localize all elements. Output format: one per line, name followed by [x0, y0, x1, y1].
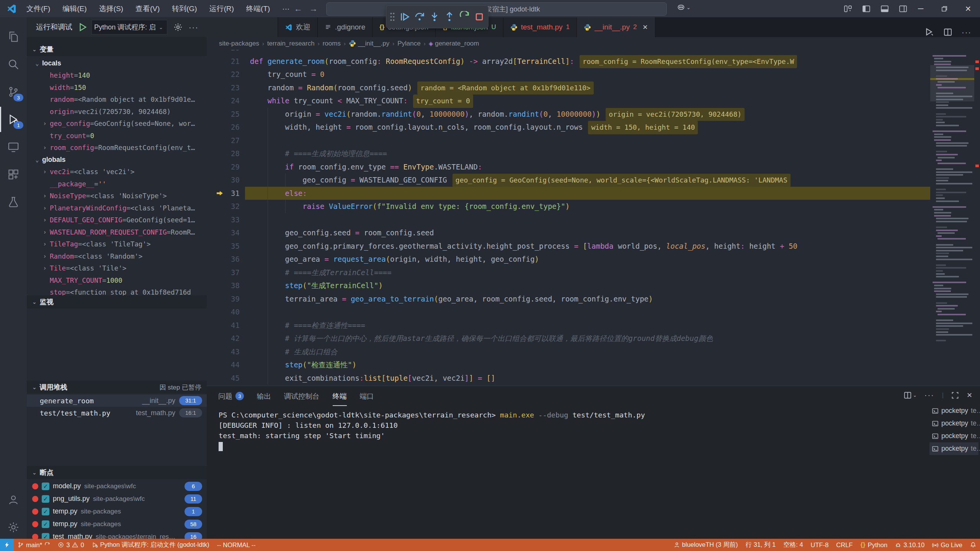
breakpoint-row[interactable]: ✓temp.pysite-packages1	[27, 505, 207, 518]
activity-explorer-icon[interactable]	[0, 24, 27, 49]
close-panel-icon[interactable]: ✕	[967, 391, 972, 399]
debug-step-into-button[interactable]	[429, 11, 440, 23]
status-error[interactable]: 30	[54, 539, 88, 551]
menu-文件[interactable]: 文件(F)	[21, 2, 55, 15]
variable-row[interactable]: ›geo_config = GeoConfig(seed=None, wor…	[27, 118, 207, 130]
close-window-button[interactable]: ✕	[956, 0, 980, 17]
variable-row[interactable]: ›NoiseType = <class 'NoiseType'>	[27, 190, 207, 202]
status----normal---[interactable]: -- NORMAL --	[213, 539, 260, 551]
activity-extensions-icon[interactable]	[0, 162, 27, 187]
breakpoint-checkbox[interactable]: ✓	[42, 520, 49, 528]
close-tab-icon[interactable]: ✕	[642, 23, 648, 31]
variable-row[interactable]: ›Random = <class 'Random'>	[27, 250, 207, 262]
tab-欢迎[interactable]: 欢迎	[278, 17, 318, 37]
breadcrumb-item[interactable]: __init__.py	[349, 40, 389, 47]
toggle-panel-icon[interactable]	[880, 5, 889, 13]
remote-indicator[interactable]	[0, 539, 14, 551]
code-line-30[interactable]: 30 geo_config = WASTELAND_GEO_CONFIGgeo_…	[207, 173, 930, 187]
terminal-list-item[interactable]: pocketpyte…	[929, 417, 978, 430]
status-broadcast[interactable]: Go Live	[928, 539, 966, 551]
code-line-20[interactable]: 20	[207, 50, 930, 55]
status-crlf[interactable]: CRLF	[832, 539, 856, 551]
code-line-34[interactable]: 34 geo_config.seed = room_config.seed	[207, 226, 930, 240]
activity-source-control-icon[interactable]: 3	[0, 79, 27, 104]
breakpoint-row[interactable]: ✓model.pysite-packages\wfc6	[27, 480, 207, 492]
code-line-38[interactable]: 38 step("生成TerrainCell")	[207, 279, 930, 292]
activity-search-icon[interactable]	[0, 52, 27, 77]
variable-row[interactable]: height = 140	[27, 70, 207, 82]
debug-restart-button[interactable]	[459, 11, 470, 23]
variable-row[interactable]: random = <Random object at 0x1bf9d01e…	[27, 94, 207, 106]
toggle-secondary-sidebar-icon[interactable]	[899, 5, 907, 13]
debug-step-over-button[interactable]	[414, 11, 425, 23]
breakpoints-section-header[interactable]: ⌄断点	[27, 466, 207, 479]
breakpoint-row[interactable]: ✓png_utils.pysite-packages\wfc11	[27, 492, 207, 505]
variable-row[interactable]: ›PlanetaryWindConfig = <class 'Planeta…	[27, 202, 207, 214]
code-line-44[interactable]: 44 step("检查连通性")	[207, 358, 930, 372]
variable-row[interactable]: __package__ = ''	[27, 178, 207, 190]
status-bell[interactable]	[966, 539, 980, 551]
run-python-file-button[interactable]	[924, 27, 934, 37]
breakpoint-checkbox[interactable]: ✓	[42, 483, 49, 490]
activity-run-and-debug-icon[interactable]: 1	[0, 107, 27, 132]
breakpoint-checkbox[interactable]: ✓	[42, 495, 49, 503]
breakpoint-row[interactable]: ✓temp.pysite-packages58	[27, 518, 207, 530]
variable-row[interactable]: MAX_TRY_COUNT = 1000	[27, 274, 207, 286]
variables-section-header[interactable]: ⌄变量	[27, 43, 207, 56]
panel-tab-端口[interactable]: 端口	[360, 386, 374, 406]
code-line-42[interactable]: 42 # 计算每一个出口的中心，然后使用astar生成路径，确保每一个出口组合都…	[207, 332, 930, 345]
terminal-list-item[interactable]: pocketpyte…	[929, 430, 978, 442]
restore-button[interactable]	[933, 0, 956, 17]
activity-settings-gear-icon[interactable]	[0, 515, 27, 540]
code-line-37[interactable]: 37 # ====生成TerrainCell====	[207, 266, 930, 279]
breadcrumb-item[interactable]: ◈generate_room	[429, 40, 479, 47]
breakpoint-checkbox[interactable]: ✓	[42, 508, 49, 515]
tab-.gdignore[interactable]: .gdignore	[318, 17, 372, 37]
debug-step-out-button[interactable]	[444, 11, 455, 23]
status-braces[interactable]: {}Python	[856, 539, 891, 551]
status-utf-8[interactable]: UTF-8	[807, 539, 833, 551]
code-line-25[interactable]: 25 origin = vec2i(random.randint(0, 1000…	[207, 108, 930, 121]
debug-stop-button[interactable]	[474, 11, 485, 22]
variable-row[interactable]: ›WASTELAND_ROOM_REQUEST_CONFIG = RoomR…	[27, 226, 207, 238]
breadcrumb-item[interactable]: terrain_research	[267, 40, 315, 47]
status-行-31,-列-1[interactable]: 行 31, 列 1	[742, 539, 779, 551]
code-line-45[interactable]: 45 exit_combinations:list[tuple[vec2i, v…	[207, 372, 930, 385]
panel-tab-终端[interactable]: 终端	[333, 386, 347, 406]
code-line-41[interactable]: 41 # ====检查连通性====	[207, 319, 930, 332]
code-line-39[interactable]: 39 terrain_area = geo_area_to_terrain(ge…	[207, 292, 930, 306]
command-center-search[interactable]: [扩展开发宿主] godot-ldtk	[326, 2, 667, 16]
variable-row[interactable]: try_count = 0	[27, 130, 207, 142]
menu-转到[interactable]: 转到(G)	[167, 2, 202, 15]
breadcrumb-item[interactable]: Pylance	[397, 40, 420, 47]
panel-tab-输出[interactable]: 输出	[257, 386, 271, 406]
tab-__init__.py[interactable]: __init__.py2✕	[577, 17, 655, 37]
code-line-31[interactable]: 31 else:	[207, 187, 930, 200]
code-line-23[interactable]: 23 random = Random(room_config.seed)rand…	[207, 81, 930, 95]
code-line-36[interactable]: 36 geo_area = request_area(origin, width…	[207, 253, 930, 266]
code-line-22[interactable]: 22 try_count = 0	[207, 68, 930, 81]
debug-config-dropdown[interactable]: Python 调试程序: 启 ⌄	[91, 20, 167, 34]
scope-locals[interactable]: ⌄locals	[27, 57, 207, 69]
terminal-list-item[interactable]: pocketpyte…	[929, 442, 978, 455]
code-line-26[interactable]: 26 width, height = room_config.layout.n_…	[207, 121, 930, 134]
terminal-list-item[interactable]: pocketpyte…	[929, 404, 978, 417]
minimize-button[interactable]: ─	[909, 0, 933, 17]
activity-testing-icon[interactable]	[0, 189, 27, 215]
breadcrumb-item[interactable]: rooms	[323, 40, 341, 47]
stack-frame[interactable]: test/test_math.pytest_math.py16:1	[27, 407, 207, 419]
variable-row[interactable]: width = 150	[27, 82, 207, 93]
panel-tab-问题[interactable]: 问题3	[218, 386, 244, 406]
code-line-28[interactable]: 28 # ====生成初始地理信息====	[207, 147, 930, 160]
watch-section-header[interactable]: ⌄监视	[27, 295, 207, 308]
status-bug[interactable]: 3.10.10	[891, 539, 928, 551]
menu-查看[interactable]: 查看(V)	[131, 2, 165, 15]
code-line-40[interactable]: 40	[207, 305, 930, 319]
status-debug[interactable]: Python 调试程序: 启动文件 (godot-ldtk)	[88, 539, 213, 551]
debug-continue-button[interactable]	[399, 11, 410, 23]
split-editor-icon[interactable]	[943, 28, 952, 37]
code-line-35[interactable]: 35 geo_config.primary_forces.geothermal_…	[207, 240, 930, 253]
terminal-output[interactable]: PS C:\computer_science\godot-ldtk\site-p…	[219, 410, 645, 451]
menu-编辑[interactable]: 编辑(E)	[57, 2, 91, 15]
status-person[interactable]: blueloveTH (3 周前)	[670, 539, 742, 551]
